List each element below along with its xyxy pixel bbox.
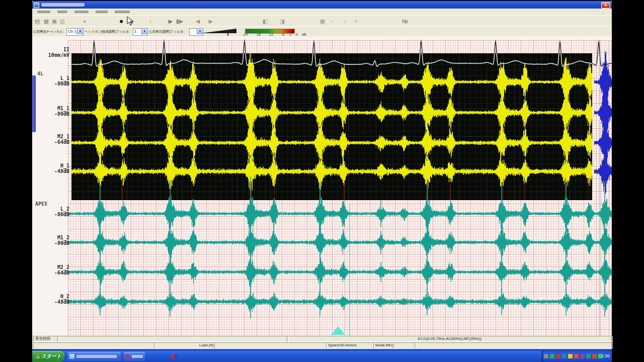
task-button-1[interactable] xyxy=(67,352,121,361)
task-button-2[interactable] xyxy=(124,352,145,361)
start-button[interactable]: スタート xyxy=(32,351,64,362)
tray-ime-icon[interactable] xyxy=(580,354,585,358)
playback-channel-label: 心音再生チャンネル: xyxy=(33,29,63,34)
measure-icon[interactable]: ↕ xyxy=(341,17,349,25)
headphone-filter-label: ヘッドホン(低域遮断)フィルタ: xyxy=(85,29,129,34)
tray-battery-icon[interactable] xyxy=(568,354,573,358)
menu-item[interactable] xyxy=(96,11,108,13)
status-spacer xyxy=(415,342,613,348)
ecg-settings-status: ECG(0.05-75Hz,AC(60Hz),MF(25Hz)) xyxy=(287,336,613,342)
tray-sync-icon[interactable] xyxy=(586,354,591,358)
prev-page-icon[interactable]: ◀ xyxy=(194,17,202,25)
status-spacer xyxy=(214,342,328,348)
channel-label-L2: L_2-80dB xyxy=(32,206,69,217)
record-icon[interactable]: ● xyxy=(80,17,89,25)
taskbar-app-icon[interactable] xyxy=(172,354,177,359)
task-title xyxy=(76,355,117,358)
stop-icon[interactable]: ■ xyxy=(117,17,125,25)
play-icon xyxy=(125,354,130,359)
help-icon[interactable]: № xyxy=(401,17,409,25)
settings-icon[interactable]: ≡ xyxy=(352,17,360,25)
layout-toggle-icon[interactable]: ▫ xyxy=(328,17,336,25)
play-pause-icon[interactable]: ▮▶ xyxy=(176,17,184,25)
next-page-icon[interactable]: ▶ xyxy=(207,17,215,25)
db-tick: -0 xyxy=(295,33,298,36)
open-file-icon[interactable]: ▤ xyxy=(33,17,41,25)
channel-label-M2-1: M2_1-64dB xyxy=(32,134,69,145)
menu-item[interactable] xyxy=(57,11,67,13)
db-tick: -6 xyxy=(281,33,284,36)
print-icon[interactable]: ▣ xyxy=(50,17,58,25)
waveform-canvas[interactable] xyxy=(32,36,612,336)
title-bar[interactable]: × xyxy=(32,1,612,9)
speed-status: Speed:50.0mm/s xyxy=(326,342,375,348)
mouse-cursor xyxy=(127,16,134,26)
menu-item[interactable] xyxy=(37,11,50,13)
windows-logo-icon xyxy=(35,354,40,359)
db-tick: -12 xyxy=(268,33,273,36)
window-title xyxy=(41,3,85,7)
volume-wedge-icon[interactable] xyxy=(201,29,236,33)
tray-shield-icon[interactable] xyxy=(598,354,603,358)
tray-volume-icon[interactable] xyxy=(544,354,548,358)
menu-item[interactable] xyxy=(115,11,130,13)
screen: × ▤▦▣▥●■◉♪▶▮▶◀▶◧◨▦▫↕≡№ 心音再生チャンネル: Ch 1 ▼… xyxy=(0,0,644,362)
tray-antivirus-icon[interactable] xyxy=(556,354,560,358)
status-bar-row2: Load (#): Speed:50.0mm/s Mode:MF() xyxy=(32,342,612,349)
grid-toggle-icon[interactable]: ▦ xyxy=(318,17,327,25)
marker-b-icon[interactable]: ◨ xyxy=(278,17,286,25)
channel-label-H1: H_1-48dB xyxy=(32,163,69,174)
db-tick: -18 xyxy=(256,33,261,36)
headphone-filter-select[interactable]: 1 ▼ xyxy=(133,28,148,36)
taskbar: スタート 18:36 xyxy=(32,351,612,362)
save-icon[interactable]: ▦ xyxy=(42,17,50,25)
channel-label-L1: L_1-80dB xyxy=(32,75,69,86)
volume-slider-thumb[interactable] xyxy=(227,33,228,36)
app-window: × ▤▦▣▥●■◉♪▶▮▶◀▶◧◨▦▫↕≡№ 心音再生チャンネル: Ch 1 ▼… xyxy=(32,1,612,351)
channel-label-M1-2: M1_2-80dB xyxy=(32,235,69,246)
playback-status: 再生時間 xyxy=(33,336,59,342)
ecg-lead-label: II 10mm/mV xyxy=(32,47,69,58)
start-label: スタート xyxy=(41,353,62,359)
channel-label-M2-2: M2_2-64dB xyxy=(32,264,69,276)
task-title xyxy=(132,355,143,358)
status-bar-row1: 再生時間 ECG(0.05-75Hz,AC(60Hz),MF(25Hz)) xyxy=(32,336,612,342)
tray-update-icon[interactable] xyxy=(562,354,567,358)
mode-status: Mode:MF() xyxy=(373,342,417,348)
headphone-filter-value: 1 xyxy=(134,29,136,34)
chevron-down-icon[interactable]: ▼ xyxy=(77,29,83,34)
toolbar-settings: 心音再生チャンネル: Ch 1 ▼ ヘッドホン(低域遮断)フィルタ: 1 ▼ 心… xyxy=(32,26,612,37)
menu-item[interactable] xyxy=(74,11,89,13)
chevron-down-icon[interactable]: ▼ xyxy=(141,29,147,34)
export-icon[interactable]: ▥ xyxy=(58,17,66,25)
marker-a-icon[interactable]: ◧ xyxy=(261,17,269,25)
waveform-area: II 10mm/mV 4L L_1-80dB M1_1-80dB M2_1-64… xyxy=(32,36,612,336)
playback-channel-value: Ch 1 xyxy=(68,29,76,34)
channel-label-M1-1: M1_1-80dB xyxy=(32,106,69,117)
db-unit-label: dB xyxy=(302,33,306,36)
tray-alert-icon[interactable] xyxy=(574,354,579,358)
app-icon xyxy=(34,3,39,8)
close-button[interactable]: × xyxy=(601,2,610,9)
display-filter-label: 心音表示(遮断)フィルタ: xyxy=(149,29,184,34)
window-icon xyxy=(69,354,74,359)
db-tick: -24 xyxy=(243,33,248,36)
toolbar-icons: ▤▦▣▥●■◉♪▶▮▶◀▶◧◨▦▫↕≡№ xyxy=(32,15,612,27)
tray-network-icon[interactable] xyxy=(550,354,554,358)
db-tick: -3 xyxy=(288,33,291,36)
sound-marker-icon[interactable]: ♪ xyxy=(146,17,154,25)
tray-display-icon[interactable] xyxy=(592,354,597,358)
status-spacer xyxy=(33,342,156,348)
channel-label-H2: H_2-48dB xyxy=(32,294,69,305)
menu-bar xyxy=(32,9,612,16)
playback-channel-select[interactable]: Ch 1 ▼ xyxy=(66,28,84,36)
play-icon[interactable]: ▶ xyxy=(167,17,175,25)
status-spacer xyxy=(57,336,289,342)
system-tray: 18:36 xyxy=(541,351,612,362)
load-status: Load (#): xyxy=(154,342,216,348)
